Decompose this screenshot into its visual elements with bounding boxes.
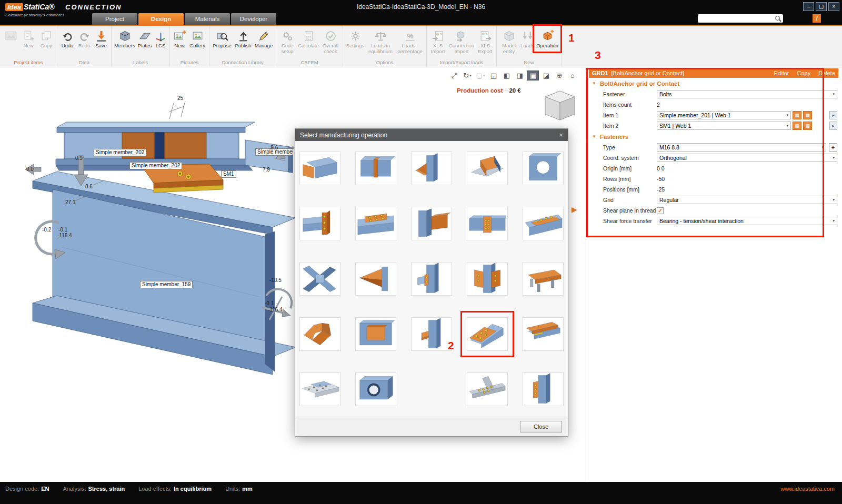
- operation-cell-op-column-plates[interactable]: [467, 262, 508, 296]
- operation-cell-op-seat[interactable]: [411, 317, 452, 351]
- ribbon-button-lcs[interactable]: LCS: [153, 27, 168, 51]
- grid-select[interactable]: Regular▾: [657, 196, 837, 204]
- ribbon-button-loads-percentage[interactable]: %Loads - percentage: [395, 27, 425, 56]
- origin-mm-value[interactable]: 0 0: [657, 165, 665, 172]
- view-front-icon[interactable]: ◧: [501, 70, 513, 80]
- ribbon-button-loads-in-equilibrium[interactable]: Loads in equilibrium: [366, 27, 395, 56]
- ribbon-button-members[interactable]: Members: [113, 27, 136, 51]
- item-2-select[interactable]: SM1 | Web 1▾: [657, 122, 791, 130]
- operation-cell-op-layered-plate[interactable]: [523, 317, 564, 351]
- ribbon-button-project-item-copy[interactable]: Copy: [37, 27, 55, 51]
- maximize-button[interactable]: ▢: [816, 2, 827, 11]
- ribbon-button-undo[interactable]: Undo: [59, 27, 76, 51]
- item-select-arrow-button[interactable]: ▸: [829, 122, 837, 130]
- operation-cell-op-anchor-grid[interactable]: [299, 372, 340, 406]
- section-header-bolt-anchor-grid-or-contact[interactable]: ▼Bolt/Anchor grid or Contact: [589, 78, 838, 89]
- ribbon-button-settings[interactable]: Settings: [345, 27, 366, 51]
- fastener-select[interactable]: Bolts▾: [657, 90, 837, 98]
- operation-cell-op-opening-plate[interactable]: [523, 152, 564, 185]
- items-count-value[interactable]: 2: [657, 102, 660, 108]
- member-picker-button[interactable]: ▦: [803, 111, 812, 119]
- operation-cell-op-web-splice[interactable]: [467, 207, 508, 240]
- workplane-icon[interactable]: ⊕: [554, 70, 565, 80]
- dialog-header[interactable]: Select manufacturing operation ×: [295, 129, 568, 141]
- ribbon-button-model-entity[interactable]: Model entity: [498, 27, 519, 56]
- ribbon-button-manage[interactable]: Manage: [253, 27, 274, 51]
- member-editor-button[interactable]: ▦: [793, 122, 801, 130]
- member-editor-button[interactable]: ▦: [793, 111, 801, 119]
- member-label[interactable]: Simple member_159: [140, 281, 193, 288]
- item-1-select[interactable]: Simple member_201 | Web 1▾: [657, 111, 791, 119]
- operation-cell-op-cone-gusset[interactable]: [355, 262, 396, 296]
- ribbon-button-calculate[interactable]: Calculate: [297, 27, 320, 51]
- operation-cell-op-wedge-cut[interactable]: [467, 152, 508, 185]
- ribbon-button-connection-import[interactable]: Connection Import: [447, 27, 476, 56]
- operation-cell-op-bend[interactable]: [299, 317, 340, 351]
- operation-cell-op-round-opening[interactable]: [355, 372, 396, 406]
- rows-mm-value[interactable]: -50: [657, 176, 665, 182]
- operation-cell-op-brace-gusset[interactable]: [299, 262, 340, 296]
- tab-developer[interactable]: Developer: [231, 13, 276, 25]
- ribbon-button-template-preview[interactable]: [2, 27, 19, 45]
- item-select-arrow-button[interactable]: ▸: [829, 111, 837, 119]
- panel-action-copy[interactable]: Copy: [797, 70, 811, 76]
- minimize-button[interactable]: –: [803, 2, 814, 11]
- ribbon-button-operation[interactable]: Operation: [535, 27, 559, 51]
- search-input[interactable]: [698, 15, 775, 22]
- dialog-close-icon[interactable]: ×: [559, 132, 563, 138]
- ribbon-button-loads[interactable]: Loads: [519, 27, 535, 51]
- operation-cell-op-base-table[interactable]: [523, 262, 564, 296]
- section-header-fasteners[interactable]: ▼Fasteners: [589, 131, 838, 142]
- ribbon-button-publish[interactable]: Publish: [233, 27, 253, 51]
- panel-expander-icon[interactable]: ▶: [572, 205, 577, 214]
- operation-cell-op-truss-bolts[interactable]: [467, 372, 508, 406]
- operation-cell-op-cut-end[interactable]: [299, 152, 340, 185]
- operation-cell-op-rib[interactable]: [411, 152, 452, 185]
- view-top-icon[interactable]: ◱: [488, 70, 499, 80]
- tab-materials[interactable]: Materials: [185, 13, 230, 25]
- ribbon-button-code-setup[interactable]: Code setup: [278, 27, 297, 56]
- ribbon-button-xls-import[interactable]: XLSXLS Import: [428, 27, 447, 56]
- dialog-close-button[interactable]: Close: [520, 421, 562, 432]
- operation-cell-op-end-recess[interactable]: [355, 152, 396, 185]
- operation-cell-op-moment-connection[interactable]: [411, 207, 452, 240]
- operation-cell-op-bolt-row[interactable]: [523, 207, 564, 240]
- view-back-icon[interactable]: ◪: [540, 70, 552, 80]
- tab-design[interactable]: Design: [138, 13, 184, 25]
- view-iso-icon[interactable]: ▣: [527, 70, 539, 80]
- home-view-icon[interactable]: ⌂: [567, 70, 578, 80]
- shear-plane-in-thread-checkbox[interactable]: ✓: [657, 207, 664, 214]
- coord-system-select[interactable]: Orthogonal▾: [657, 154, 837, 162]
- add-fastener-button[interactable]: +: [829, 143, 837, 152]
- operation-cell-op-cleat[interactable]: [411, 262, 452, 296]
- view-side-icon[interactable]: ◨: [514, 70, 526, 80]
- member-label[interactable]: Simple member_202: [129, 162, 182, 169]
- close-button[interactable]: ×: [828, 2, 839, 11]
- ribbon-button-project-item-new[interactable]: New: [19, 27, 37, 51]
- info-button[interactable]: i: [813, 14, 821, 23]
- ribbon-button-gallery[interactable]: Gallery: [187, 27, 207, 51]
- operation-cell-op-plate-strip[interactable]: [523, 372, 564, 406]
- navigation-cube[interactable]: [541, 88, 579, 124]
- ribbon-button-propose[interactable]: Propose: [211, 27, 233, 51]
- rotate-view-icon[interactable]: ↻▾: [462, 70, 473, 80]
- member-label[interactable]: SM1: [221, 170, 236, 178]
- operation-cell-op-end-plate[interactable]: [299, 207, 340, 240]
- member-picker-button[interactable]: ▦: [803, 122, 812, 130]
- operation-cell-op-stiffening-plate[interactable]: [355, 317, 396, 351]
- ribbon-button-redo[interactable]: Redo: [76, 27, 93, 51]
- search-icon[interactable]: [775, 15, 781, 22]
- ribbon-button-xls-export[interactable]: XLSXLS Export: [476, 27, 495, 56]
- shear-force-transfer-select[interactable]: Bearing - tension/shear interaction▾: [657, 217, 837, 225]
- fit-view-icon[interactable]: ⤢: [448, 70, 460, 80]
- positions-mm-value[interactable]: -25: [657, 186, 665, 193]
- ribbon-button-overall-check[interactable]: Overall check: [320, 27, 341, 56]
- tab-project[interactable]: Project: [92, 13, 137, 25]
- type-select[interactable]: M16 8.8▾: [657, 143, 826, 152]
- panel-action-editor[interactable]: Editor: [774, 70, 789, 76]
- ribbon-button-plates[interactable]: Plates: [136, 27, 153, 51]
- operation-cell-highlighted[interactable]: [467, 317, 508, 351]
- ribbon-button-save[interactable]: Save: [93, 27, 109, 51]
- website-link[interactable]: www.ideastatica.com: [780, 486, 835, 492]
- section-box-icon[interactable]: ▢▾: [475, 70, 486, 80]
